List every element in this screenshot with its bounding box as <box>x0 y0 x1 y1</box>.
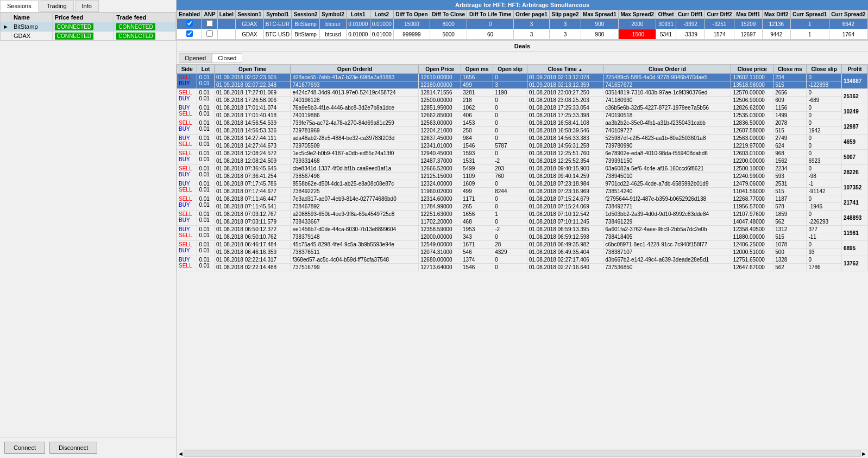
profit-cell: 13762 <box>841 256 867 271</box>
open-time-cell-2: 01.08.2018 14:56:53.336 <box>214 127 291 135</box>
deals-row[interactable]: SELL BUY 0.010.01 01.08.2018 14:56:54.53… <box>177 119 868 127</box>
curr-spread1-cell: 1 <box>790 29 829 40</box>
close-price-cell: 12603.01000 <box>731 150 773 157</box>
col-price-feed: Price feed <box>52 13 114 22</box>
curr-diff1-cell: -3392 <box>676 19 705 29</box>
top-table-header-9: Diff To Open <box>394 10 430 19</box>
close-price-cell-2: 12000.51000 <box>731 249 773 256</box>
close-time-cell: 01.08.2018 06:59:13.395 <box>527 226 603 233</box>
disconnect-button[interactable]: Disconnect <box>49 442 97 454</box>
right-panel: Arbitrage for HFT: HFT: Arbitrage Simult… <box>177 0 868 458</box>
close-orderid-cell-2: 740190518 <box>603 112 731 119</box>
lot-cell: 0.010.01 <box>197 211 214 226</box>
open-slip-cell: 0 <box>493 256 527 264</box>
deals-tab-opened[interactable]: Opened <box>179 53 212 63</box>
deals-row[interactable]: BUY SELL 0.010.01 01.08.2018 17:01:41.07… <box>177 104 868 112</box>
close-time-cell-2: 01.08.2018 07:15:24.069 <box>527 203 603 211</box>
deals-tab-closed[interactable]: Closed <box>212 53 242 63</box>
open-orderid-cell: 8558b62e-d50f-4dc1-ab25-e8a08c08e87c <box>291 180 419 188</box>
close-orderid-cell: 03a6082a-5ef6-4c4e-af16-160ccd6f8621 <box>603 165 731 173</box>
close-time-cell: 01.08.2018 17:25:33.054 <box>527 104 603 112</box>
max-spread1-cell: 900 <box>581 19 618 29</box>
tab-trading[interactable]: Trading <box>40 0 74 12</box>
deals-row[interactable]: BUY SELL 0.010.01 01.08.2018 07:17:45.78… <box>177 180 868 188</box>
top-table-header-19: Max Diff1 <box>734 10 762 19</box>
deals-row-2: 01.08.2018 06:46:16.359 738376511 12074.… <box>177 249 868 256</box>
open-orderid-cell-2: 740196128 <box>291 97 419 104</box>
open-price-cell-2: 12662.85000 <box>419 112 461 119</box>
open-slip-cell-2: 0 <box>493 203 527 211</box>
tab-info[interactable]: Info <box>75 0 99 12</box>
close-time-cell-2: 01.08.2018 09:40:14.259 <box>527 173 603 180</box>
session-row[interactable]: GDAX CONNECTED CONNECTED <box>1 31 176 41</box>
deals-row[interactable]: SELL BUY 0.010.01 01.08.2018 07:11:46.44… <box>177 195 868 203</box>
open-orderid-cell-2: 738492225 <box>291 188 419 195</box>
scroll-left-arrow[interactable]: ◄ <box>178 450 184 457</box>
deals-row[interactable]: BUY SELL 0.010.01 01.08.2018 02:22:14.31… <box>177 256 868 264</box>
horizontal-scrollbar[interactable] <box>184 450 861 457</box>
open-orderid-cell: 7e3ad317-ae07-4eb9-814e-027774686bd0 <box>291 195 419 203</box>
scroll-right-arrow[interactable]: ► <box>861 450 867 457</box>
deals-row[interactable]: SELL BUY 0.010.01 01.08.2018 17:27:01.06… <box>177 89 868 97</box>
open-price-cell-2: 12487.37000 <box>419 157 461 165</box>
close-slip-cell-2: -122898 <box>807 81 842 89</box>
close-time-cell: 01.08.2018 16:58:41.108 <box>527 119 603 127</box>
lot-cell: 0.010.01 <box>197 226 214 241</box>
anp-checkbox[interactable] <box>202 19 217 29</box>
max-spread1-cell: 900 <box>581 29 618 40</box>
deals-row[interactable]: SELL BUY 0.010.01 01.08.2018 07:36:45.64… <box>177 165 868 173</box>
anp-checkbox[interactable] <box>202 29 217 40</box>
open-price-cell-2: 11784.99000 <box>419 203 461 211</box>
close-time-cell: 01.08.2018 14:56:33.383 <box>527 135 603 142</box>
open-price-cell-2: 12125.15000 <box>419 173 461 180</box>
open-time-cell-2: 01.08.2018 07:17:44.677 <box>214 188 291 195</box>
open-slip-cell: 0 <box>493 74 527 81</box>
deals-row[interactable]: SELL BUY 0.010.01 01.09.2018 02:07:23.50… <box>177 74 868 81</box>
close-price-cell-2: 12219.97000 <box>731 142 773 150</box>
diff-lifetime-cell: 0 <box>467 19 513 29</box>
profit-cell: 25162 <box>841 89 867 104</box>
open-time-cell-2: 01.08.2018 17:26:58.006 <box>214 97 291 104</box>
close-price-cell-2: 12506.90000 <box>731 97 773 104</box>
row-arrow: ► <box>1 22 11 31</box>
open-orderid-cell-2: 738433667 <box>291 218 419 226</box>
session1-cell: GDAX <box>236 29 263 40</box>
open-time-cell: 01.08.2018 06:46:17.484 <box>214 241 291 249</box>
deals-row-2: 01.08.2018 07:03:11.579 738433667 11702.… <box>177 218 868 226</box>
close-ms-cell-2: 1499 <box>773 112 807 119</box>
sessions-table: Name Price feed Trade feed ► BitStamp CO… <box>0 12 176 41</box>
open-ms-cell: 1453 <box>461 119 493 127</box>
tab-sessions[interactable]: Sessions <box>0 0 39 12</box>
connect-button[interactable]: Connect <box>4 442 45 454</box>
deals-row[interactable]: SELL BUY 0.010.01 01.08.2018 06:46:17.48… <box>177 241 868 249</box>
close-ms-cell: 968 <box>773 150 807 157</box>
deals-row[interactable]: BUY SELL 0.010.01 01.08.2018 06:50:12.37… <box>177 226 868 233</box>
lot-cell: 0.010.01 <box>197 195 214 211</box>
main-container: Sessions Trading Info Name Price feed Tr… <box>0 0 868 458</box>
close-ms-cell: 1312 <box>773 226 807 233</box>
close-price-cell: 12500.10000 <box>731 165 773 173</box>
lot-cell: 0.010.01 <box>197 256 214 271</box>
data-table-container: EnabledANPLabelSession1Symbol1Session2Sy… <box>177 10 868 41</box>
open-orderid-cell: 1ec5c9e2-b0b9-4187-a0db-ed55c24a13f0 <box>291 150 419 157</box>
close-price-cell: 12836.50000 <box>731 119 773 127</box>
profit-cell: 4659 <box>841 135 867 150</box>
open-ms-cell: 5499 <box>461 165 493 173</box>
deals-table-container[interactable]: SideLotOpen TimeOpen OrderIdOpen PriceOp… <box>177 65 868 449</box>
deals-row[interactable]: BUY SELL 0.010.01 01.08.2018 14:27:44.11… <box>177 135 868 142</box>
open-slip-cell-2: 0 <box>493 97 527 104</box>
deals-row[interactable]: SELL BUY 0.010.01 01.08.2018 12:08:24.57… <box>177 150 868 157</box>
session-row[interactable]: ► BitStamp CONNECTED CONNECTED <box>1 22 176 31</box>
close-slip-cell: 0 <box>807 256 842 264</box>
close-ms-cell: 2749 <box>773 135 807 142</box>
open-ms-cell: 984 <box>461 135 493 142</box>
open-orderid-cell-2: 738467892 <box>291 203 419 211</box>
close-orderid-cell-2: 737536850 <box>603 264 731 271</box>
close-orderid-cell-2: 739391150 <box>603 157 731 165</box>
deals-row[interactable]: SELL BUY 0.010.01 01.08.2018 07:03:12.76… <box>177 211 868 218</box>
top-table-header-7: Lots1 <box>346 10 370 19</box>
enabled-checkbox[interactable] <box>177 29 202 40</box>
open-price-cell-2: 12713.64000 <box>419 264 461 271</box>
close-orderid-cell-2: 738461229 <box>603 218 731 226</box>
enabled-checkbox[interactable] <box>177 19 202 29</box>
